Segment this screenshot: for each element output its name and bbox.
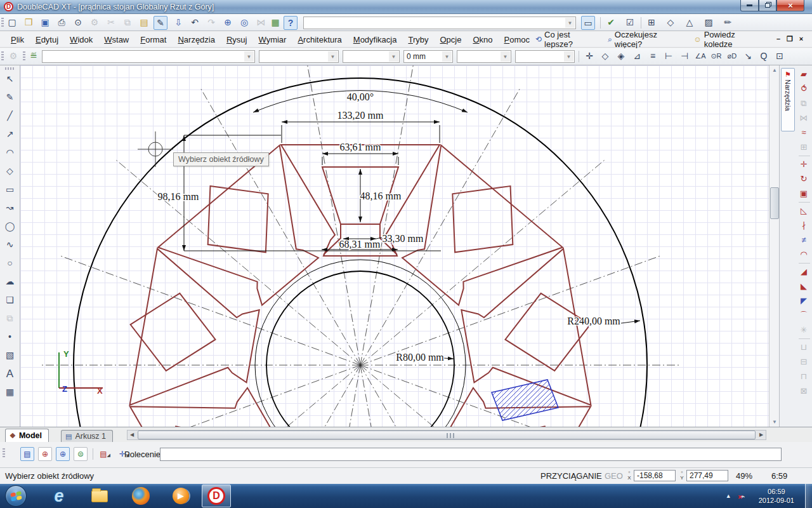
lineweight-combo[interactable]: ▼ xyxy=(457,50,511,63)
baseline-dimension-button[interactable]: ≡ xyxy=(646,50,660,64)
print-preview-button[interactable]: ⊙ xyxy=(71,16,85,30)
copy-button[interactable]: ⧉ xyxy=(121,16,134,30)
menu-pomoc[interactable]: Pomoc xyxy=(499,33,535,46)
show-all-toggle[interactable]: ▤ xyxy=(20,447,34,461)
print-button[interactable]: ⎙ xyxy=(55,16,69,30)
format-paint-button[interactable]: ✏ xyxy=(721,16,735,30)
menu-architektura[interactable]: Architektura xyxy=(292,33,347,46)
mdi-minimize-button[interactable]: – xyxy=(773,34,784,44)
search-combo[interactable]: ▼ xyxy=(303,17,576,29)
menu-okno[interactable]: Okno xyxy=(467,33,498,46)
scroll-up-button[interactable]: ▲ xyxy=(770,65,779,75)
help-button[interactable]: ? xyxy=(284,16,298,30)
parallel-dimension-button[interactable]: ◇ xyxy=(598,50,612,64)
new-file-button[interactable]: ▢ xyxy=(5,16,19,30)
angle-query-button[interactable]: ◇ xyxy=(664,16,678,30)
menu-wstaw[interactable]: Wstaw xyxy=(98,33,134,46)
rectangle-tool[interactable]: ▭ xyxy=(2,182,18,198)
copy-entities-tool[interactable]: ⥀ xyxy=(797,82,811,96)
expect-more-link[interactable]: ⌕ Oczekujesz więcej? xyxy=(608,30,684,49)
link-button[interactable]: ⋈ xyxy=(254,16,268,30)
snap-marker-toggle[interactable]: ⊕ xyxy=(38,447,52,461)
property-gear-button[interactable]: ⚙ xyxy=(6,50,20,64)
palette-tab-narzedzia[interactable]: ⚑ Narzędzia xyxy=(781,68,795,131)
rotate-tool[interactable]: ↻ xyxy=(797,172,811,186)
drawing-canvas[interactable]: 40,00° 133,20 mm 63,61 mm 48,16 mm 98,16… xyxy=(20,65,769,427)
send-entity-button[interactable]: ⇩ xyxy=(171,16,185,30)
measure-query-button[interactable]: △ xyxy=(683,16,697,30)
smart-dimension-button[interactable]: ✛ xyxy=(582,50,596,64)
ellipse-tool[interactable]: ○ xyxy=(2,255,18,272)
tell-friend-link[interactable]: ☺ Powiedz koledze xyxy=(693,30,764,49)
polyline-tool[interactable]: ↗ xyxy=(2,126,18,143)
multi-trim-tool[interactable]: ≠ xyxy=(797,233,811,247)
point-tool[interactable]: • xyxy=(2,329,18,345)
menu-wymiar[interactable]: Wymiar xyxy=(252,33,292,46)
sketch-tool[interactable]: ✎ xyxy=(2,90,18,106)
open-file-button[interactable]: ❒ xyxy=(22,16,36,30)
zoom-in-button[interactable]: ⊕ xyxy=(221,16,235,30)
toolbar-grip[interactable] xyxy=(1,51,4,62)
tab-model[interactable]: ❖ Model xyxy=(5,429,49,442)
paste-button[interactable]: ▤ xyxy=(137,16,151,30)
redo-button[interactable]: ↷ xyxy=(204,16,218,30)
save-button[interactable]: ▣ xyxy=(38,16,52,30)
edit-dimension-button[interactable]: ⊡ xyxy=(773,50,787,64)
zoom-level[interactable]: 49% xyxy=(736,471,752,481)
arc-edit-tool[interactable]: ◠ xyxy=(797,248,811,262)
select-tool[interactable]: ↖ xyxy=(2,71,18,88)
whats-better-link[interactable]: ⟲ Co jest lepsze? xyxy=(535,30,599,49)
taskbar-media-player-icon[interactable]: ▶ xyxy=(170,486,192,505)
fillet-tool[interactable]: ⌒ xyxy=(797,309,811,323)
outer-circle[interactable] xyxy=(74,78,647,427)
circle-tool[interactable]: ◯ xyxy=(2,218,18,235)
show-desktop-button[interactable] xyxy=(805,484,812,508)
menu-tryby[interactable]: Tryby xyxy=(402,33,434,46)
menu-edytuj[interactable]: Edytuj xyxy=(30,33,64,46)
image-tool[interactable]: ▧ xyxy=(2,347,18,364)
calculator-button[interactable]: ▦ xyxy=(268,16,282,30)
menu-narzedzia[interactable]: Narzędzia xyxy=(172,33,221,46)
page-options-button[interactable]: ▤◢ xyxy=(96,447,110,461)
menu-opcje[interactable]: Opcje xyxy=(434,33,467,46)
taskbar-doublecad-button[interactable]: D xyxy=(202,485,231,507)
screen-mode-button[interactable]: ▭ xyxy=(581,16,595,30)
layer-combo[interactable]: ▼ xyxy=(259,50,339,63)
mirror-tool[interactable]: ⋈ xyxy=(797,111,811,125)
menu-widok[interactable]: Widok xyxy=(64,33,98,46)
explode-tool[interactable]: ✳ xyxy=(797,323,811,337)
horizontal-scroll-thumb[interactable] xyxy=(138,431,756,439)
start-button[interactable] xyxy=(5,485,27,507)
y-coordinate-field[interactable]: 277,49 mm xyxy=(686,470,728,481)
move-tool[interactable]: ✛ xyxy=(797,157,811,171)
scroll-down-button[interactable]: ▼ xyxy=(770,417,779,427)
shapes-tool[interactable]: ❏ xyxy=(2,292,18,309)
tab-arkusz-1[interactable]: ▤ Arkusz 1 xyxy=(61,430,113,442)
mdi-close-button[interactable]: × xyxy=(796,34,807,44)
text-tool[interactable]: A xyxy=(2,366,18,382)
settings-button[interactable]: ⚙ xyxy=(88,16,102,30)
command-input[interactable] xyxy=(160,448,782,461)
scroll-left-button[interactable]: ◀ xyxy=(128,431,136,439)
leader-button[interactable]: ↘ xyxy=(741,50,755,64)
radius-dimension-button[interactable]: ⊙R xyxy=(709,50,723,64)
cut-button[interactable]: ✂ xyxy=(104,16,118,30)
app-logo-icon[interactable]: D xyxy=(4,2,13,11)
trace-tool[interactable]: ≈ xyxy=(797,126,811,140)
linetype-combo[interactable]: ▼ xyxy=(515,50,575,63)
ordinate-dimension-button[interactable]: ⊿ xyxy=(630,50,644,64)
scroll-right-button[interactable]: ▶ xyxy=(757,431,766,439)
bool-union-tool[interactable]: ⊔ xyxy=(797,340,811,354)
scale-tool[interactable]: ▣ xyxy=(797,187,811,201)
chamfer-distance-tool[interactable]: ◣ xyxy=(797,279,811,293)
arc-tool[interactable]: ◠ xyxy=(2,145,18,161)
vertical-scroll-thumb[interactable] xyxy=(770,187,779,219)
equal-spacing-toggle[interactable]: ⊜ xyxy=(74,447,88,461)
menu-plik[interactable]: Plik xyxy=(5,33,30,46)
vertical-scrollbar[interactable]: ▲ ▼ xyxy=(769,65,779,427)
toolbar-grip[interactable] xyxy=(23,51,25,62)
horizontal-scrollbar[interactable]: ◀ ▶ xyxy=(127,430,766,440)
chamfer-tool[interactable]: ◢ xyxy=(797,265,811,279)
power-plug-icon[interactable]: ⌁ ✕ xyxy=(740,491,750,501)
inner-bore-circle[interactable] xyxy=(266,271,454,427)
